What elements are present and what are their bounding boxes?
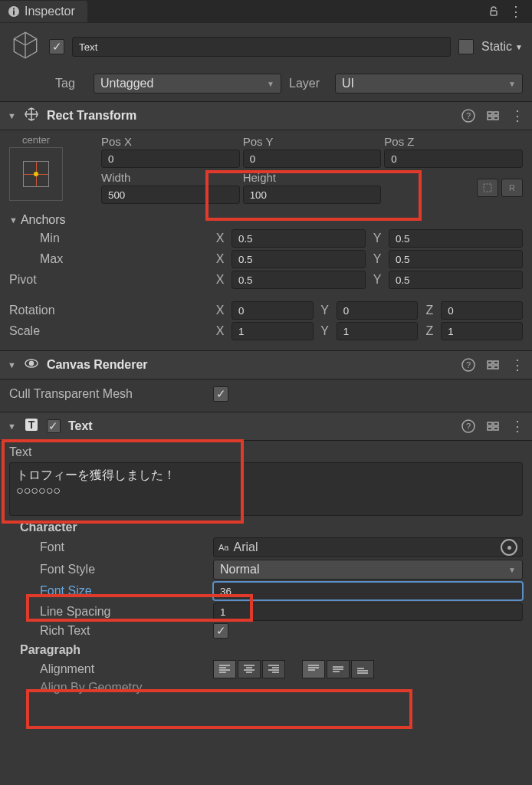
svg-rect-1	[13, 11, 15, 15]
anchor-maxx-input[interactable]	[232, 250, 366, 268]
layer-label: Layer	[289, 77, 327, 90]
anchor-miny-input[interactable]	[389, 229, 523, 248]
align-middle-button[interactable]	[327, 660, 350, 678]
rect-transform-header[interactable]: ▼ Rect Transform ? ⋮	[0, 101, 532, 130]
svg-rect-17	[488, 366, 492, 369]
help-icon[interactable]: ?	[461, 109, 475, 123]
preset-icon[interactable]	[486, 109, 500, 123]
font-size-label[interactable]: Font Size	[9, 584, 209, 598]
inspector-tab[interactable]: Inspector	[0, 1, 87, 22]
kebab-icon[interactable]: ⋮	[511, 107, 524, 124]
text-component-title: Text	[68, 419, 454, 433]
text-label: Text	[9, 445, 523, 459]
svg-text:?: ?	[466, 360, 471, 370]
align-center-button[interactable]	[238, 660, 261, 678]
posz-input[interactable]	[384, 149, 523, 168]
vertical-align-group	[302, 660, 374, 678]
scale-y-input[interactable]	[337, 322, 419, 340]
object-picker-icon[interactable]	[501, 539, 517, 556]
pivot-x-input[interactable]	[232, 271, 366, 289]
svg-point-12	[29, 362, 33, 366]
text-component-header[interactable]: ▼ T ✓ Text ? ⋮	[0, 412, 532, 441]
rect-transform-body: center middle Pos X Pos Y Pos Z Width He…	[0, 130, 532, 350]
foldout-icon: ▼	[8, 360, 16, 370]
anchor-minx-input[interactable]	[232, 229, 366, 248]
canvas-renderer-icon	[24, 356, 39, 374]
align-right-button[interactable]	[262, 660, 285, 678]
posx-input[interactable]	[101, 149, 240, 168]
canvas-renderer-title: Canvas Renderer	[47, 358, 454, 372]
pivot-y-input[interactable]	[389, 271, 523, 289]
highlight-alignment	[26, 689, 412, 729]
static-dropdown[interactable]: Static ▼	[481, 40, 523, 54]
posy-input[interactable]	[243, 149, 382, 168]
anchor-preset-button[interactable]: center middle	[9, 147, 63, 201]
static-checkbox[interactable]	[458, 39, 474, 54]
layer-dropdown[interactable]: UI▼	[335, 74, 523, 94]
text-component-body: Text トロフィーを獲得しました！ ○○○○○○ Character Font…	[0, 441, 532, 705]
line-spacing-input[interactable]	[213, 603, 523, 621]
active-checkbox[interactable]: ✓	[49, 39, 64, 54]
rot-z-input[interactable]	[441, 301, 523, 320]
text-icon: T	[24, 417, 39, 435]
anchor-maxy-input[interactable]	[389, 250, 523, 268]
scale-x-input[interactable]	[232, 322, 314, 340]
width-input[interactable]	[101, 186, 240, 204]
svg-rect-24	[494, 422, 498, 425]
svg-rect-2	[13, 8, 15, 10]
svg-rect-6	[488, 112, 492, 115]
svg-text:?: ?	[466, 111, 471, 120]
gameobject-header: ✓ Static ▼ Tag Untagged▼ Layer UI▼	[0, 23, 532, 101]
svg-rect-16	[494, 361, 498, 364]
height-input[interactable]	[243, 186, 382, 204]
canvas-renderer-header[interactable]: ▼ Canvas Renderer ? ⋮	[0, 350, 532, 379]
svg-rect-15	[488, 361, 492, 364]
help-icon[interactable]: ?	[461, 358, 475, 372]
foldout-icon: ▼	[8, 111, 16, 120]
lock-icon[interactable]	[488, 5, 500, 18]
gameobject-name-input[interactable]	[72, 37, 451, 57]
foldout-icon: ▼	[8, 422, 16, 431]
font-style-dropdown[interactable]: Normal▼	[213, 560, 523, 580]
svg-text:T: T	[28, 419, 35, 431]
cull-checkbox[interactable]: ✓	[213, 386, 228, 402]
align-bottom-button[interactable]	[351, 660, 374, 678]
paragraph-label: Paragraph	[20, 643, 523, 657]
font-field[interactable]: Aa Arial	[213, 537, 523, 557]
preset-icon[interactable]	[486, 358, 500, 372]
gameobject-icon[interactable]	[9, 29, 41, 64]
svg-rect-23	[488, 422, 492, 425]
svg-rect-7	[494, 112, 498, 115]
raw-edit-button[interactable]: R	[501, 179, 523, 197]
help-icon[interactable]: ?	[461, 419, 475, 433]
canvas-renderer-body: Cull Transparent Mesh ✓	[0, 379, 532, 412]
blueprint-button[interactable]	[477, 179, 498, 197]
text-textarea[interactable]: トロフィーを獲得しました！ ○○○○○○	[9, 462, 523, 516]
info-icon	[8, 5, 20, 18]
rect-transform-title: Rect Transform	[47, 109, 454, 123]
svg-rect-9	[494, 117, 498, 120]
text-enabled-checkbox[interactable]: ✓	[47, 419, 61, 433]
character-label: Character	[20, 521, 523, 534]
rot-y-input[interactable]	[337, 301, 419, 320]
align-left-button[interactable]	[213, 660, 236, 678]
kebab-icon[interactable]: ⋮	[511, 418, 524, 435]
svg-rect-3	[491, 11, 497, 15]
kebab-icon[interactable]: ⋮	[509, 3, 523, 20]
font-size-input[interactable]	[213, 582, 523, 600]
svg-rect-25	[488, 427, 492, 430]
rot-x-input[interactable]	[232, 301, 314, 320]
rich-text-checkbox[interactable]: ✓	[213, 623, 228, 639]
svg-rect-10	[484, 184, 491, 192]
tag-dropdown[interactable]: Untagged▼	[94, 74, 281, 94]
rect-transform-icon	[24, 107, 39, 125]
kebab-icon[interactable]: ⋮	[511, 356, 524, 373]
anchors-foldout[interactable]: ▼Anchors	[9, 213, 523, 227]
tab-bar: Inspector ⋮	[0, 0, 532, 23]
preset-icon[interactable]	[486, 419, 500, 433]
scale-z-input[interactable]	[441, 322, 523, 340]
align-top-button[interactable]	[302, 660, 325, 678]
svg-rect-18	[494, 366, 498, 369]
horizontal-align-group	[213, 660, 285, 678]
tab-title: Inspector	[25, 5, 75, 18]
